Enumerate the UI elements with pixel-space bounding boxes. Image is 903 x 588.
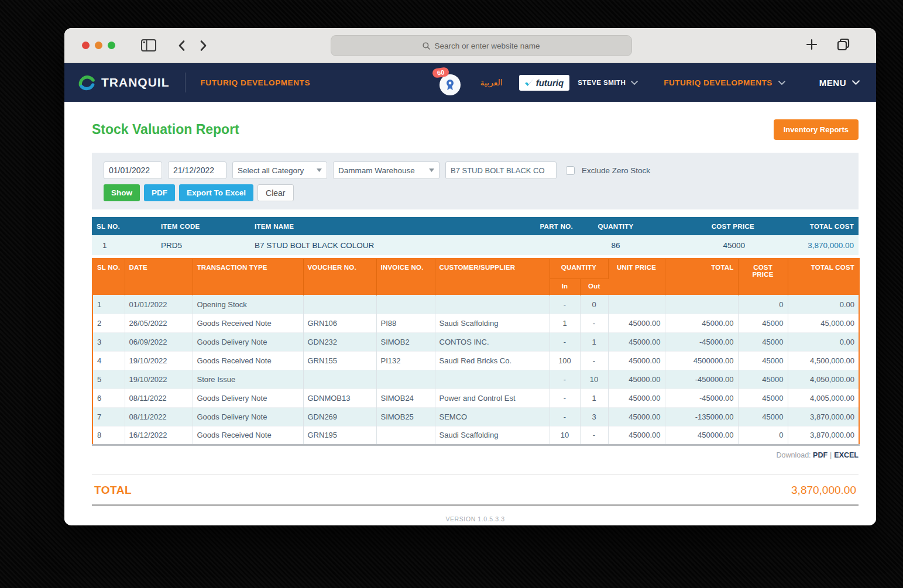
chevron-down-icon: [852, 80, 860, 85]
brand-logo[interactable]: TRANQUIL: [77, 73, 170, 92]
cell-qty-in: -: [550, 370, 580, 388]
export-to-excel-button[interactable]: Export To Excel: [179, 184, 253, 201]
cell-sl: 4: [92, 351, 125, 370]
language-switch-link[interactable]: العربية: [480, 78, 502, 87]
header-sl-no: SL NO.: [92, 259, 125, 295]
date-to-input[interactable]: [168, 161, 226, 179]
cell-qty-out: 1: [580, 332, 608, 351]
close-window-button[interactable]: [82, 42, 90, 49]
cell-customer-supplier: Saudi Red Bricks Co.: [435, 351, 550, 370]
table-row: 708/11/2022Goods Delivery NoteGDN269SIMO…: [92, 407, 859, 426]
address-bar-placeholder: Search or enter website name: [434, 42, 540, 50]
cell-qty-out: 10: [580, 370, 608, 388]
cell-sl: 1: [92, 295, 125, 314]
show-button[interactable]: Show: [104, 184, 140, 201]
stock-transactions-table: SL NO. DATE TRANSACTION TYPE VOUCHER NO.…: [92, 258, 860, 446]
clear-button[interactable]: Clear: [257, 184, 293, 201]
cell-sl: 5: [92, 370, 125, 388]
cell-unit-price: 45000.00: [608, 388, 665, 407]
stock-summary-table: SL NO. ITEM CODE ITEM NAME PART NO. QUAN…: [92, 217, 859, 255]
notifications-button[interactable]: 60: [438, 70, 463, 95]
category-select[interactable]: Select all Category: [232, 161, 327, 179]
item-search-input[interactable]: [445, 161, 557, 179]
header-part-no: PART NO.: [496, 217, 578, 235]
new-tab-button[interactable]: [806, 39, 818, 50]
cell-item-code: PRD5: [156, 235, 250, 255]
filter-panel: Select all Category Dammam Warehouse Exc…: [92, 153, 859, 209]
nav-company-label: FUTURIQ DEVELOPMENTS: [201, 78, 311, 87]
org-logo[interactable]: futuriq: [519, 75, 569, 91]
cell-voucher-no: GDN269: [303, 407, 376, 426]
cell-qty-out: 3: [580, 407, 608, 426]
cell-qty-in: -: [550, 295, 580, 314]
cell-total: -450000.00: [665, 370, 738, 388]
user-name: STEVE SMITH: [578, 79, 626, 86]
header-transaction-type: TRANSACTION TYPE: [193, 259, 303, 295]
download-excel-link[interactable]: EXCEL: [834, 451, 859, 459]
date-from-input[interactable]: [104, 161, 162, 179]
warehouse-select[interactable]: Dammam Warehouse: [333, 161, 440, 179]
cell-unit-price: 45000.00: [608, 407, 665, 426]
minimize-window-button[interactable]: [95, 42, 102, 49]
warehouse-select-value: Dammam Warehouse: [338, 166, 415, 175]
exclude-zero-stock-checkbox[interactable]: [566, 166, 575, 175]
cell-qty-in: 1: [550, 314, 580, 332]
sidebar-toggle-icon[interactable]: [141, 39, 156, 51]
cell-voucher-no: GRN195: [303, 426, 376, 445]
cell-date: 19/10/2022: [125, 370, 193, 388]
cell-sl: 1: [92, 235, 156, 255]
cell-total-cost: 3,870,000.00: [788, 407, 859, 426]
cell-cost-price: 45000: [738, 370, 788, 388]
browser-chrome: Search or enter website name: [64, 28, 876, 63]
cell-invoice-no: PI132: [376, 351, 435, 370]
cell-sl: 8: [92, 426, 125, 445]
pdf-button[interactable]: PDF: [144, 184, 175, 201]
cell-total: 450000.00: [665, 426, 738, 445]
header-item-code: ITEM CODE: [156, 217, 250, 235]
total-label: TOTAL: [94, 484, 132, 497]
cell-sl: 6: [92, 388, 125, 407]
cell-sl: 2: [92, 314, 125, 332]
table-row: 608/11/2022Goods Delivery NoteGDNMOB13SI…: [92, 388, 859, 407]
cell-total: -45000.00: [665, 332, 738, 351]
tab-overview-button[interactable]: [836, 37, 850, 51]
forward-button[interactable]: [200, 40, 207, 51]
table-row: 519/10/2022Store Issue-1045000.00-450000…: [92, 370, 859, 388]
cell-customer-supplier: Saudi Scaffolding: [435, 426, 550, 445]
cell-date: 06/09/2022: [125, 332, 193, 351]
cell-voucher-no: [303, 295, 376, 314]
dropdown-arrow-icon: [317, 169, 322, 172]
page-content: Stock Valuation Report Inventory Reports…: [64, 102, 876, 522]
header-customer-supplier: CUSTOMER/SUPPLIER: [435, 259, 550, 295]
cell-date: 19/10/2022: [125, 351, 193, 370]
cell-invoice-no: SIMOB25: [376, 407, 435, 426]
header-quantity: QUANTITY: [578, 217, 654, 235]
account-switcher[interactable]: FUTURIQ DEVELOPMENTS: [664, 78, 785, 87]
back-button[interactable]: [178, 40, 185, 51]
header-total-cost: TOTAL COST: [759, 217, 859, 235]
cell-date: 26/05/2022: [125, 314, 193, 332]
inventory-reports-button[interactable]: Inventory Reports: [774, 119, 859, 140]
cell-date: 01/01/2022: [125, 295, 193, 314]
download-pdf-link[interactable]: PDF: [813, 451, 828, 459]
cell-cost-price: 45000: [738, 314, 788, 332]
cell-cost-price: 0: [738, 426, 788, 445]
zoom-window-button[interactable]: [108, 42, 115, 49]
table-row: 101/01/2022Opening Stock-000.00: [92, 295, 859, 314]
cell-cost-price: 45000: [738, 388, 788, 407]
cell-voucher-no: GRN155: [303, 351, 376, 370]
cell-invoice-no: SIMOB2: [376, 332, 435, 351]
grand-total-row: TOTAL 3,870,000.00: [92, 474, 859, 504]
user-menu[interactable]: STEVE SMITH: [578, 79, 638, 86]
address-bar[interactable]: Search or enter website name: [331, 35, 632, 56]
cell-qty-in: -: [550, 332, 580, 351]
cell-cost-price: 45000: [738, 332, 788, 351]
cell-customer-supplier: [435, 370, 550, 388]
main-menu-button[interactable]: MENU: [819, 78, 860, 88]
download-row: Download: PDF|EXCEL: [92, 451, 859, 459]
search-icon: [423, 42, 430, 50]
cell-unit-price: 45000.00: [608, 370, 665, 388]
cell-qty-out: 0: [580, 295, 608, 314]
summary-header-row: SL NO. ITEM CODE ITEM NAME PART NO. QUAN…: [92, 217, 859, 235]
cell-qty-in: -: [550, 407, 580, 426]
